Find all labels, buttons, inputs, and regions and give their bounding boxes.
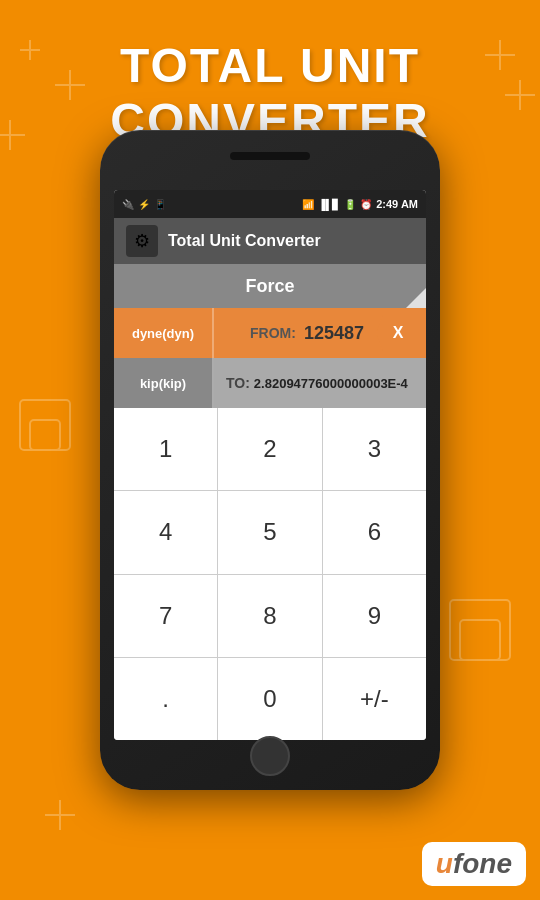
alarm-icon: ⏰ [360,199,372,210]
num-btn-8[interactable]: 8 [218,575,321,657]
num-btn-5[interactable]: 5 [218,491,321,573]
from-label-text: FROM: [250,325,296,341]
status-bar: 🔌 ⚡ 📱 📶 ▐▌▊ 🔋 ⏰ 2:49 AM [114,190,426,218]
num-btn-9[interactable]: 9 [323,575,426,657]
battery-icon: 🔋 [344,199,356,210]
ufone-logo: uufonefone [422,842,526,886]
phone-screen: 🔌 ⚡ 📱 📶 ▐▌▊ 🔋 ⏰ 2:49 AM ⚙ Total Unit Con… [114,190,426,740]
svg-rect-13 [30,420,60,450]
category-label: Force [245,276,294,297]
app-header-title: Total Unit Converter [168,232,321,250]
num-btn-4[interactable]: 4 [114,491,217,573]
from-unit-label[interactable]: dyne(dyn) [114,308,214,358]
delete-button[interactable]: X [376,315,420,351]
svg-rect-11 [460,620,500,660]
numpad: 1 2 3 4 5 6 7 8 9 . 0 +/- [114,408,426,740]
from-row: dyne(dyn) FROM: 125487 X [114,308,426,358]
ufone-brand-text: uufonefone [436,848,512,880]
svg-rect-10 [450,600,510,660]
category-bar[interactable]: Force [114,264,426,308]
phone-home-button[interactable] [250,736,290,776]
num-btn-plusminus[interactable]: +/- [323,658,426,740]
from-value-area: FROM: 125487 [214,323,376,344]
num-btn-7[interactable]: 7 [114,575,217,657]
num-btn-6[interactable]: 6 [323,491,426,573]
to-result-value: 2.82094776000000003E-4 [254,376,408,391]
phone-device: 🔌 ⚡ 📱 📶 ▐▌▊ 🔋 ⏰ 2:49 AM ⚙ Total Unit Con… [100,130,440,790]
phone-icon: 📱 [154,199,166,210]
status-right-icons: 📶 ▐▌▊ 🔋 ⏰ 2:49 AM [302,198,418,210]
signal-icon: ▐▌▊ [318,199,340,210]
notification-icon: ⚡ [138,199,150,210]
phone-speaker [230,152,310,160]
wifi-icon: 📶 [302,199,314,210]
num-btn-2[interactable]: 2 [218,408,321,490]
usb-icon: 🔌 [122,199,134,210]
to-unit-label[interactable]: kip(kip) [114,358,214,408]
delete-icon: X [393,324,404,342]
to-label-text: TO: [226,375,250,391]
svg-rect-12 [20,400,70,450]
status-left-icons: 🔌 ⚡ 📱 [122,199,166,210]
num-btn-1[interactable]: 1 [114,408,217,490]
num-btn-0[interactable]: 0 [218,658,321,740]
ufone-u-letter: u [436,848,453,879]
num-btn-dot[interactable]: . [114,658,217,740]
phone-shell: 🔌 ⚡ 📱 📶 ▐▌▊ 🔋 ⏰ 2:49 AM ⚙ Total Unit Con… [100,130,440,790]
status-time: 2:49 AM [376,198,418,210]
to-value-area: TO: 2.82094776000000003E-4 [214,375,426,391]
to-row: kip(kip) TO: 2.82094776000000003E-4 [114,358,426,408]
app-icon: ⚙ [126,225,158,257]
gear-icon: ⚙ [134,230,150,252]
app-header: ⚙ Total Unit Converter [114,218,426,264]
num-btn-3[interactable]: 3 [323,408,426,490]
from-input-value: 125487 [304,323,364,344]
category-arrow [406,288,426,308]
